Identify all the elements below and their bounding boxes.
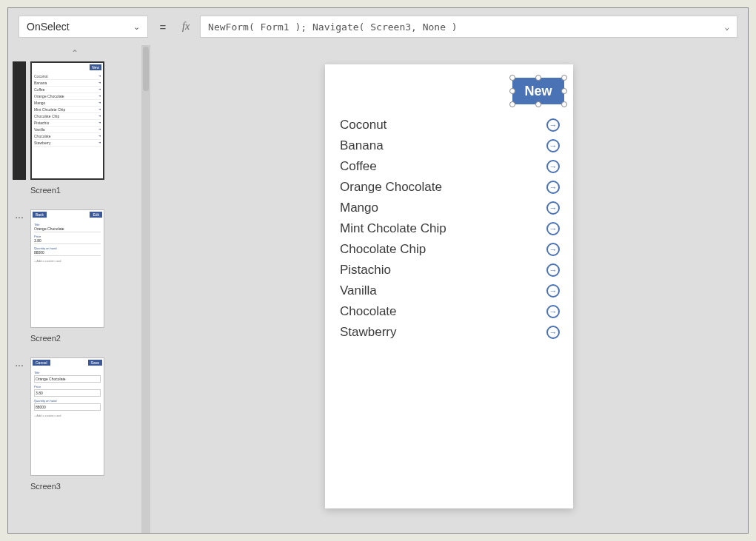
thumb-cancel-button: Cancel [33,360,50,366]
thumb-edit-button: Edit [90,212,102,218]
formula-bar: OnSelect ⌄ = fx NewForm( Form1 ); Naviga… [8,8,748,45]
resize-handle[interactable] [535,101,541,107]
arrow-right-circle-icon[interactable]: → [546,139,560,152]
gallery-list: Coconut→Banana→Coffee→Orange Chocolate→M… [340,115,564,343]
thumb-back-button: Back [33,212,47,218]
chevron-down-icon: ⌄ [133,22,140,32]
list-item[interactable]: Stawberry→ [340,322,564,343]
thumb-save-button: Save [88,360,102,366]
list-item-label: Chocolate Chip [340,242,426,257]
list-item: Mint Chcolate Chip➜ [34,107,101,113]
list-item[interactable]: Orange Chocolate→ [340,177,564,198]
list-item[interactable]: Vanilla→ [340,280,564,301]
sidebar-splitter[interactable] [141,45,150,533]
list-item-label: Vanilla [340,283,377,298]
list-item[interactable]: Chocolate Chip→ [340,239,564,260]
list-item[interactable]: Chocolate→ [340,301,564,322]
list-item[interactable]: Coffee→ [340,156,564,177]
list-item-label: Coconut [340,118,387,132]
arrow-right-circle-icon[interactable]: → [546,222,560,235]
list-item-label: Coffee [340,159,377,174]
screen-thumbnail-3[interactable]: Cancel Save Title Orange Chocolate Price… [30,357,104,476]
list-item[interactable]: Coconut→ [340,115,564,135]
resize-handle[interactable] [561,88,567,94]
app-screen-preview: New Coconut→Banana→Coffee→Orange Chocola… [325,64,573,508]
arrow-right-circle-icon[interactable]: → [546,181,560,194]
list-item-label: Pistachio [340,263,391,278]
arrow-right-circle-icon[interactable]: → [546,243,560,256]
property-selector[interactable]: OnSelect ⌄ [19,16,148,38]
arrow-right-circle-icon[interactable]: → [546,160,560,173]
thumb-new-button: New [90,64,101,70]
arrow-right-circle-icon[interactable]: → [546,118,560,132]
design-canvas[interactable]: New Coconut→Banana→Coffee→Orange Chocola… [150,45,748,533]
list-item: Orange Chocolate➜ [34,93,101,100]
resize-handle[interactable] [535,75,541,81]
scroll-up-icon[interactable]: ⌃ [8,45,141,61]
arrow-right-circle-icon[interactable]: → [546,326,560,339]
list-item-label: Stawberry [340,325,397,340]
arrow-right-circle-icon[interactable]: → [546,305,560,318]
list-item[interactable]: Banana→ [340,135,564,156]
list-item: Mango➜ [34,100,101,107]
ellipsis-icon[interactable]: ··· [13,357,26,371]
list-item-label: Banana [340,138,384,153]
arrow-right-circle-icon[interactable]: → [546,284,560,298]
arrow-right-circle-icon[interactable]: → [546,201,560,215]
list-item: Coffee➜ [34,87,101,93]
list-item: Pistachio➜ [34,120,101,127]
list-item-label: Mint Chcolate Chip [340,221,446,236]
list-item-label: Orange Chocolate [340,180,442,195]
list-item: Stawberry➜ [34,140,101,147]
property-selector-value: OnSelect [27,21,70,33]
chevron-down-icon[interactable]: ⌄ [724,22,729,32]
list-item[interactable]: Mango→ [340,198,564,218]
screen-thumbnail-1[interactable]: New Coconut➜Banana➜Coffee➜Orange Chocola… [30,61,104,180]
formula-input[interactable]: NewForm( Form1 ); Navigate( Screen3, Non… [200,16,737,38]
list-item-label: Mango [340,201,378,215]
resize-handle[interactable] [509,75,515,81]
list-item: Chocolate Chip➜ [34,113,101,120]
list-item[interactable]: Mint Chcolate Chip→ [340,218,564,239]
equals-label: = [154,21,172,33]
list-item: Banana➜ [34,80,101,87]
screen-label: Screen3 [30,482,141,491]
screen-thumbnail-row: ··· New Coconut➜Banana➜Coffee➜Orange Cho… [8,61,141,180]
app-frame: OnSelect ⌄ = fx NewForm( Form1 ); Naviga… [7,7,749,534]
resize-handle[interactable] [561,75,567,81]
resize-handle[interactable] [509,88,515,94]
screen-label: Screen2 [30,334,141,343]
ellipsis-icon[interactable]: ··· [13,209,26,223]
resize-handle[interactable] [561,101,567,107]
screen-label: Screen1 [30,186,141,195]
screens-sidebar: ⌃ ··· New Coconut➜Banana➜Coffee➜Orange C… [8,45,141,533]
list-item[interactable]: Pistachio→ [340,260,564,280]
list-item-label: Chocolate [340,304,397,319]
screen-thumbnail-row: ··· Cancel Save Title Orange Chocolate P… [8,357,141,476]
list-item: Vanilla➜ [34,127,101,133]
resize-handle[interactable] [509,101,515,107]
arrow-right-circle-icon[interactable]: → [546,263,560,277]
main-area: ⌃ ··· New Coconut➜Banana➜Coffee➜Orange C… [8,45,748,533]
formula-text: NewForm( Form1 ); Navigate( Screen3, Non… [208,21,458,33]
new-button-selection[interactable]: New [512,78,564,104]
screen-thumbnail-row: ··· Back Edit Title Orange Chocolate Pri… [8,209,141,328]
screen-thumbnail-2[interactable]: Back Edit Title Orange Chocolate Price 3… [30,209,104,328]
fx-icon: fx [178,21,194,33]
list-item: Coconut➜ [34,73,101,80]
list-item: Chocolate➜ [34,133,101,140]
new-button[interactable]: New [512,78,564,104]
